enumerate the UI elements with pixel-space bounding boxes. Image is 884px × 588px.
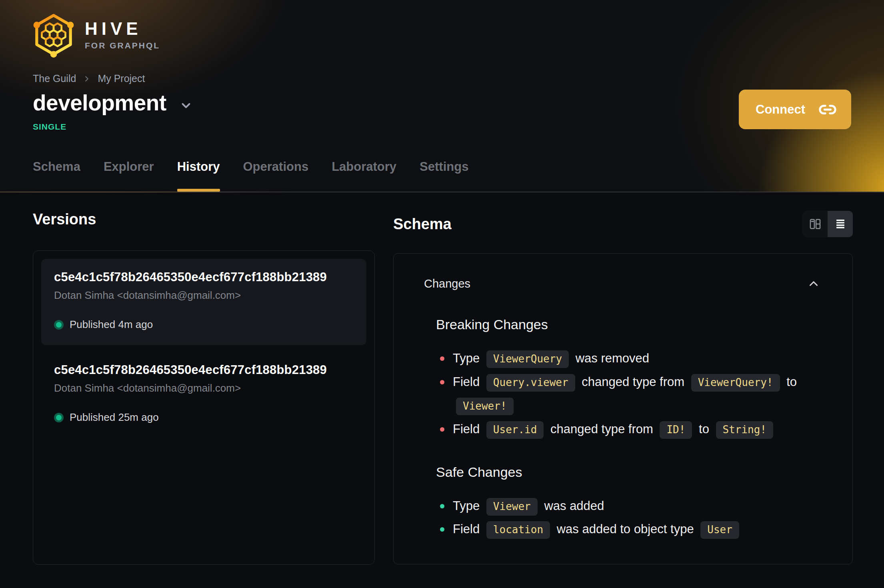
change-text: Field [453, 522, 480, 536]
change-item: Type Viewer was added [453, 494, 820, 518]
published-dot [54, 413, 64, 422]
changes-collapse-header[interactable]: Changes [424, 277, 820, 290]
change-text: to [699, 422, 709, 436]
tab-settings[interactable]: Settings [420, 160, 468, 192]
diff-view-button[interactable] [802, 211, 828, 237]
breadcrumb: The Guild My Project [33, 73, 853, 84]
change-item: Field Query.viewer changed type from Vie… [453, 370, 820, 418]
code-chip: ViewerQuery [486, 350, 569, 368]
link-icon [818, 100, 837, 119]
section-title: Breaking Changes [436, 317, 820, 332]
code-chip: Viewer [486, 498, 538, 516]
list-view-button[interactable] [828, 211, 853, 237]
version-status-row: Published 4m ago [54, 318, 354, 331]
code-chip: Viewer! [456, 398, 514, 415]
page-header: HIVE FOR GRAPHQL The Guild My Project de… [0, 0, 884, 192]
versions-title: Versions [33, 211, 375, 228]
page-title: development [33, 90, 166, 116]
change-item: Field location was added to object type … [453, 518, 820, 541]
view-toggle [802, 211, 853, 237]
code-chip: User [700, 521, 739, 539]
tab-history[interactable]: History [177, 160, 220, 192]
tab-schema[interactable]: Schema [33, 160, 80, 192]
version-hash: c5e4c1c5f78b26465350e4ecf677cf188bb21389 [54, 363, 354, 377]
list-view-icon [834, 217, 847, 231]
section-title: Safe Changes [436, 464, 820, 480]
version-status-row: Published 25m ago [54, 411, 354, 424]
connect-button[interactable]: Connect [739, 90, 851, 129]
version-hash: c5e4c1c5f78b26465350e4ecf677cf188bb21389 [54, 270, 354, 284]
code-chip: String! [716, 421, 774, 439]
tab-laboratory[interactable]: Laboratory [332, 160, 396, 192]
code-chip: ID! [660, 421, 692, 439]
change-text: was added to object type [557, 522, 694, 536]
changes-body: Breaking ChangesType ViewerQuery was rem… [424, 317, 820, 541]
breadcrumb-item-project[interactable]: My Project [98, 73, 145, 84]
tab-operations[interactable]: Operations [243, 160, 309, 192]
version-status: Published 25m ago [70, 411, 159, 424]
change-item: Field User.id changed type from ID! to S… [453, 418, 820, 441]
version-author: Dotan Simha <dotansimha@gmail.com> [54, 289, 354, 302]
code-chip: Query.viewer [486, 374, 575, 392]
chevron-up-icon [807, 277, 820, 290]
split-view-icon [808, 217, 822, 231]
target-type-badge: SINGLE [33, 122, 853, 132]
change-text: Field [453, 375, 480, 389]
main-content: Versions c5e4c1c5f78b26465350e4ecf677cf1… [0, 192, 884, 565]
versions-panel: c5e4c1c5f78b26465350e4ecf677cf188bb21389… [33, 250, 375, 565]
changes-title: Changes [424, 277, 470, 290]
published-dot [54, 320, 64, 330]
code-chip: ViewerQuery! [691, 374, 780, 392]
code-chip: User.id [486, 421, 544, 439]
target-dropdown-chevron-down-icon[interactable] [179, 99, 193, 112]
version-card[interactable]: c5e4c1c5f78b26465350e4ecf677cf188bb21389… [41, 259, 366, 345]
change-list: Type Viewer was added Field location was… [436, 494, 820, 542]
versions-column: Versions c5e4c1c5f78b26465350e4ecf677cf1… [33, 211, 375, 565]
schema-title: Schema [393, 216, 452, 233]
change-text: Type [453, 351, 480, 365]
change-item: Type ViewerQuery was removed [453, 347, 820, 370]
version-author: Dotan Simha <dotansimha@gmail.com> [54, 382, 354, 394]
change-text: Type [453, 499, 480, 513]
change-list: Type ViewerQuery was removed Field Query… [436, 347, 820, 441]
honeycomb [42, 24, 65, 46]
change-text: Field [453, 422, 480, 436]
version-status: Published 4m ago [70, 318, 153, 331]
brand-tagline: FOR GRAPHQL [85, 41, 160, 50]
version-card[interactable]: c5e4c1c5f78b26465350e4ecf677cf188bb21389… [41, 352, 366, 438]
change-text: changed type from [582, 375, 684, 389]
chevron-right-icon [82, 74, 91, 83]
connect-button-label: Connect [756, 102, 805, 117]
change-text: to [786, 375, 797, 389]
change-text: was added [544, 499, 604, 513]
tabs: SchemaExplorerHistoryOperationsLaborator… [33, 160, 468, 192]
hive-logo-icon [33, 12, 74, 58]
schema-column: Schema [393, 211, 853, 565]
brand: HIVE FOR GRAPHQL [33, 12, 853, 58]
tab-explorer[interactable]: Explorer [104, 160, 154, 192]
change-text: was removed [576, 351, 649, 365]
breadcrumb-item-org[interactable]: The Guild [33, 73, 76, 84]
changes-panel: Changes Breaking ChangesType ViewerQuery… [393, 253, 853, 564]
change-text: changed type from [550, 422, 653, 436]
brand-title: HIVE [85, 20, 160, 38]
code-chip: location [486, 521, 550, 539]
